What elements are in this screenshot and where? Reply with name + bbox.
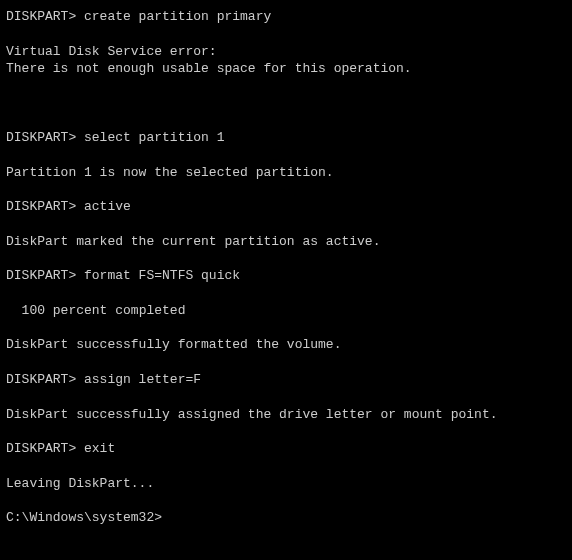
terminal-line: Partition 1 is now the selected partitio… [6,164,566,182]
terminal-line: DISKPART> create partition primary [6,8,566,26]
terminal-line: DiskPart successfully formatted the volu… [6,336,566,354]
terminal-block: DISKPART> active [6,198,566,216]
terminal-block: C:\Windows\system32> [6,509,566,527]
terminal-block: DISKPART> format FS=NTFS quick [6,267,566,285]
terminal-line: DiskPart marked the current partition as… [6,233,566,251]
terminal-block: DISKPART> assign letter=F [6,371,566,389]
terminal-line: DISKPART> exit [6,440,566,458]
terminal-block: DISKPART> select partition 1 [6,129,566,147]
terminal-block: DISKPART> create partition primary [6,8,566,26]
terminal-block: Leaving DiskPart... [6,475,566,493]
terminal-line: DISKPART> active [6,198,566,216]
terminal-line: Leaving DiskPart... [6,475,566,493]
terminal-block: DiskPart marked the current partition as… [6,233,566,251]
terminal-line: C:\Windows\system32> [6,509,566,527]
terminal-block: Partition 1 is now the selected partitio… [6,164,566,182]
terminal-output[interactable]: DISKPART> create partition primaryVirtua… [6,8,566,527]
terminal-line: DISKPART> select partition 1 [6,129,566,147]
terminal-block [6,95,566,113]
terminal-line: There is not enough usable space for thi… [6,60,566,78]
terminal-line: 100 percent completed [6,302,566,320]
terminal-block: Virtual Disk Service error:There is not … [6,43,566,78]
terminal-block: 100 percent completed [6,302,566,320]
terminal-line [6,95,566,113]
terminal-line: Virtual Disk Service error: [6,43,566,61]
terminal-block: DiskPart successfully assigned the drive… [6,406,566,424]
terminal-block: DISKPART> exit [6,440,566,458]
terminal-line: DiskPart successfully assigned the drive… [6,406,566,424]
terminal-line: DISKPART> assign letter=F [6,371,566,389]
terminal-block: DiskPart successfully formatted the volu… [6,336,566,354]
terminal-line: DISKPART> format FS=NTFS quick [6,267,566,285]
